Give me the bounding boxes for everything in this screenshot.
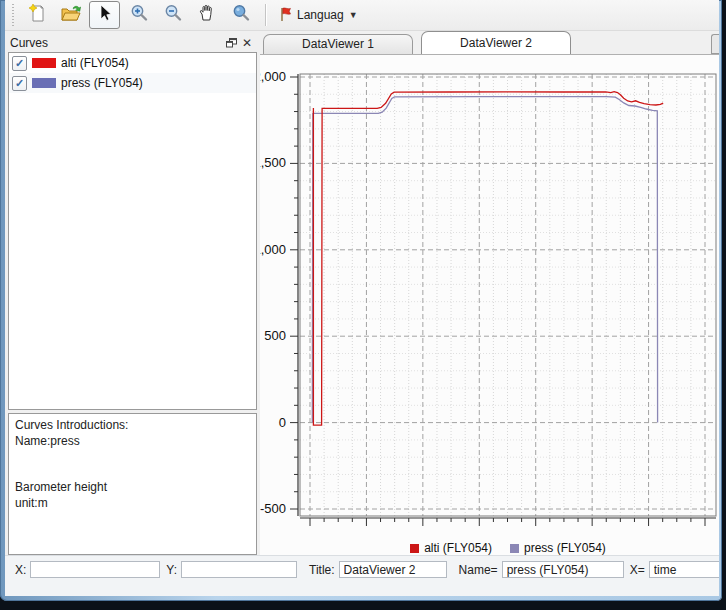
curves-dock-titlebar: Curves ✕ (8, 34, 257, 52)
alti-checkbox[interactable]: ✓ (12, 56, 27, 71)
tab-dataviewer-2[interactable]: DataViewer 2 (421, 31, 571, 54)
new-file-icon (27, 3, 47, 27)
curves-dock: Curves ✕ ✓ alti (5, 31, 260, 555)
curve-list: ✓ alti (FLY054) ✓ press (FLY054) (8, 52, 257, 410)
chart-page: 02004006008001,0001,2001,400-50005001,00… (260, 54, 719, 555)
status-y-field: Y: (166, 561, 297, 578)
flag-icon (279, 6, 293, 25)
legend-entry-alti: alti (FLY054) (410, 541, 492, 555)
tab-bar: DataViewer 1 DataViewer 2 (260, 31, 719, 54)
open-folder-icon (60, 3, 82, 27)
status-xaxis-field: X= (630, 561, 719, 578)
status-xaxis-input[interactable] (649, 561, 719, 578)
status-y-label: Y: (166, 563, 177, 577)
status-title-label: Title: (309, 563, 335, 577)
curve-info-panel: Curves Introductions: Name:press Baromet… (8, 413, 257, 555)
dropdown-caret-icon: ▼ (349, 10, 358, 20)
pan-button[interactable] (191, 1, 222, 29)
app-client-area: Languag ▼ Curves (5, 0, 719, 596)
dock-close-button[interactable]: ✕ (239, 36, 255, 50)
legend-press-label: press (FLY054) (524, 541, 606, 555)
svg-text:1,000: 1,000 (260, 242, 286, 257)
toolbar-separator (265, 4, 267, 26)
alti-color-swatch (32, 58, 56, 68)
svg-text:500: 500 (264, 328, 286, 343)
legend-press-swatch (510, 544, 519, 553)
status-name-input[interactable] (502, 561, 624, 578)
status-x-label: X: (15, 563, 26, 577)
legend-alti-swatch (410, 544, 419, 553)
tab-scroll-button[interactable] (711, 34, 719, 54)
open-file-button[interactable] (55, 1, 86, 29)
zoom-in-button[interactable] (123, 1, 154, 29)
toolbar-grip[interactable] (11, 4, 16, 26)
new-file-button[interactable] (21, 1, 52, 29)
svg-text:0: 0 (279, 415, 286, 430)
svg-text:1,500: 1,500 (260, 155, 286, 170)
zoom-region-button[interactable] (225, 1, 256, 29)
status-x-field: X: (15, 561, 160, 578)
toolbar: Languag ▼ (5, 0, 719, 31)
svg-text:-500: -500 (260, 501, 286, 516)
chart-canvas[interactable]: 02004006008001,0001,2001,400-50005001,00… (260, 55, 719, 527)
status-xaxis-label: X= (630, 563, 645, 577)
curves-dock-title: Curves (10, 36, 223, 50)
chart-legend: alti (FLY054) press (FLY054) (300, 541, 716, 555)
press-curve-label: press (FLY054) (61, 76, 143, 90)
status-name-field: Name= (459, 561, 624, 578)
data-viewer: DataViewer 1 DataViewer 2 02004006008001… (260, 31, 719, 555)
application-window: Languag ▼ Curves (0, 0, 726, 610)
status-name-label: Name= (459, 563, 498, 577)
status-y-input[interactable] (181, 561, 297, 578)
select-cursor-button[interactable] (89, 1, 120, 29)
main-area: Curves ✕ ✓ alti (5, 31, 719, 555)
alti-curve-label: alti (FLY054) (61, 56, 129, 70)
svg-text:2,000: 2,000 (260, 69, 286, 84)
curve-row-alti[interactable]: ✓ alti (FLY054) (9, 53, 256, 73)
dock-float-button[interactable] (223, 36, 239, 50)
tab-dataviewer-1[interactable]: DataViewer 1 (263, 34, 413, 54)
zoom-out-button[interactable] (157, 1, 188, 29)
press-color-swatch (32, 78, 56, 88)
zoom-region-icon (231, 3, 251, 27)
pan-hand-icon (197, 3, 217, 27)
legend-alti-label: alti (FLY054) (424, 541, 492, 555)
press-checkbox[interactable]: ✓ (12, 76, 27, 91)
language-menu-button[interactable]: Languag ▼ (273, 3, 364, 28)
status-title-field: Title: (309, 561, 447, 578)
curve-row-press[interactable]: ✓ press (FLY054) (9, 73, 256, 93)
legend-entry-press: press (FLY054) (510, 541, 606, 555)
status-bar: X: Y: Title: Name= X= (5, 555, 719, 596)
status-x-input[interactable] (30, 561, 160, 578)
status-title-input[interactable] (339, 561, 447, 578)
zoom-in-icon (129, 3, 149, 27)
language-label: Languag (297, 8, 344, 22)
cursor-arrow-icon (95, 3, 115, 27)
zoom-out-icon (163, 3, 183, 27)
